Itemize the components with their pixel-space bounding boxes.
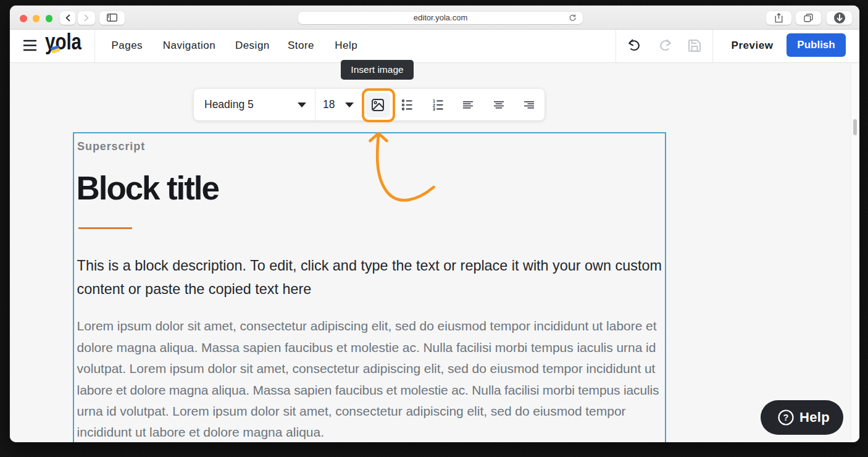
svg-text:3: 3 (433, 107, 435, 111)
svg-text:?: ? (783, 413, 789, 422)
